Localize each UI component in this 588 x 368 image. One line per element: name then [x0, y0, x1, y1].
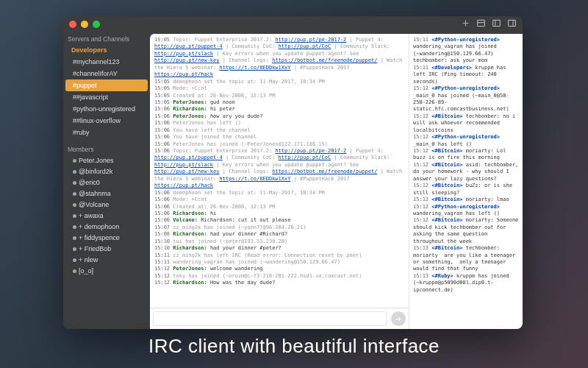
channel-item[interactable]: #ruby — [65, 127, 148, 138]
log-line: 15:11 wandering_vagran has joined (~wand… — [154, 259, 404, 266]
channel-item[interactable]: #puppet — [65, 79, 148, 91]
list-icon[interactable] — [476, 18, 486, 31]
aside-line: 15:13 <#Ruby> kruppm has joined (~kruppm… — [413, 273, 519, 294]
window-controls — [69, 21, 100, 28]
send-button[interactable] — [391, 311, 406, 326]
sidebar-header-servers: Servers and Channels — [63, 32, 150, 44]
member-item[interactable]: + FriedBob — [65, 243, 148, 254]
channel-item[interactable]: ##javascript — [65, 91, 148, 103]
member-item[interactable]: + nlew — [65, 254, 148, 265]
member-item[interactable]: @eric0 — [65, 177, 148, 188]
aside-line: 15:11 <#Python-unregistered> wandering_v… — [413, 37, 519, 57]
maximize-icon[interactable] — [93, 21, 100, 28]
aside-line: 15:12 <#Python-unregistered> _main_0 has… — [413, 85, 519, 113]
input-bar — [150, 308, 409, 329]
log-line: 15:05 Mode: +Ccnt — [154, 85, 404, 92]
log-line: 15:06 Created at: 26-Nov-2006, 12:13 PM — [154, 204, 404, 210]
channel-item[interactable]: #python-unregistered — [65, 103, 148, 115]
main-pane: 15:05 Topic: Puppet Enterprise 2017.2: h… — [150, 34, 409, 329]
add-server-icon[interactable] — [461, 18, 470, 31]
log-line: 15:05 Topic: Puppet Enterprise 2017.2: h… — [154, 37, 404, 79]
aside-line: 15:13 <#Bitcoin> techbomber: moriarty ar… — [413, 245, 519, 273]
message-input[interactable] — [153, 311, 387, 326]
log-line: 15:06 Mode: +Ccnt — [154, 197, 404, 203]
member-item[interactable]: @Volcane — [65, 199, 148, 210]
log-line: 15:10 Richardson: had your dinner #peter… — [154, 245, 404, 252]
aside-line: 15:12 <#Bitcoin> moriarty: lmao — [413, 197, 519, 203]
log-line: 15:08 Richardson: had your dinner #Richa… — [154, 231, 404, 238]
aside-line: 15:12 <#Python-unregistered> wandering_v… — [413, 204, 519, 218]
log-line: 15:06 demophoon set the topic at: 11-May… — [154, 190, 404, 197]
log-line: 15:05 demophoon set the topic at: 11-May… — [154, 79, 404, 85]
svg-rect-1 — [493, 20, 501, 26]
log-line: 15:06 Richardson: hi peter — [154, 106, 404, 113]
close-icon[interactable] — [69, 21, 76, 28]
aside-line: 15:12 <#Bitcoin> techbomber: no i will a… — [413, 113, 519, 134]
log-line: 15:05 PeterJones: gud noon — [154, 99, 404, 106]
member-item[interactable]: [o_o] — [65, 265, 148, 276]
sidebar-header-members: Members — [63, 143, 150, 155]
log-line: 15:06 You have left the channel — [154, 127, 404, 134]
toolbar — [461, 18, 517, 31]
sidebar: Servers and Channels Developers #mychann… — [63, 32, 150, 329]
log-line: 15:06 You have joined the channel — [154, 134, 404, 141]
aside-line: 15:12 <#Bitcoin> moriarty: Someone shoul… — [413, 217, 519, 245]
marketing-caption: IRC client with beautiful interface — [148, 335, 440, 358]
aside-line: techbomber: ask your mom — [413, 57, 519, 64]
member-item[interactable]: + awaxa — [65, 210, 148, 221]
log-line: 15:12 toky has joined (~oruzm@c-73-216-2… — [154, 273, 404, 280]
log-line: 15:11 zz_ming2k has left IRC (Read error… — [154, 252, 404, 259]
titlebar — [63, 16, 523, 32]
log-line: 15:12 PeterJones: welcome wandering — [154, 266, 404, 272]
aside-line: 15:12 <#Bitcoin> moriarty: Lol buzz is o… — [413, 148, 519, 162]
aside-line: 15:12 <#Bitcoin> asid: techbomber, do yo… — [413, 162, 519, 183]
log-line: 15:10 tui has joined (~peter@193.53.238.… — [154, 238, 404, 245]
channel-item[interactable]: #mychannel123 — [65, 56, 148, 68]
log-line: 15:07 zz_ming2k has joined (~yann77@96.2… — [154, 224, 404, 231]
server-item[interactable]: Developers — [65, 44, 148, 56]
member-item[interactable]: @stahnma — [65, 188, 148, 199]
panels-icon[interactable] — [507, 18, 517, 31]
columns-icon[interactable] — [492, 18, 501, 31]
aside-pane[interactable]: 15:11 <#Python-unregistered> wandering_v… — [409, 34, 523, 329]
member-item[interactable]: + fiddyspence — [65, 232, 148, 243]
log-line: 15:06 Topic: Puppet Enterprise 2017.2: h… — [154, 148, 404, 190]
svg-rect-2 — [509, 20, 516, 26]
aside-line: 15:12 <#Bitcoin> buZz: or is she still s… — [413, 183, 519, 197]
svg-rect-0 — [478, 20, 485, 26]
channel-item[interactable]: ##linux-overflow — [65, 115, 148, 127]
aside-line: 15:12 <#Python-unregistered> _main_0 has… — [413, 134, 519, 148]
log-line: 15:05 Created at: 26-Nov-2006, 12:13 PM — [154, 93, 404, 99]
log-line: 15:06 PeterJones has joined (~PeterJones… — [154, 141, 404, 148]
log-line: 15:12 Richardson: How was the day dude? — [154, 280, 404, 286]
app-window: Servers and Channels Developers #mychann… — [63, 16, 523, 329]
log-line: 15:06 PeterJones: how ary you dude? — [154, 113, 404, 120]
minimize-icon[interactable] — [81, 21, 88, 28]
aside-line: 15:11 <#Developers> kruppm has left IRC … — [413, 65, 519, 85]
member-item[interactable]: Peter.Jones — [65, 155, 148, 166]
channel-item[interactable]: #channelIforAY — [65, 68, 148, 79]
log-line: 15:06 PeterJones has left () — [154, 120, 404, 127]
log-line: 15:06 Richardson: hi — [154, 210, 404, 217]
member-item[interactable]: + demophoon — [65, 221, 148, 232]
chat-log[interactable]: 15:05 Topic: Puppet Enterprise 2017.2: h… — [150, 34, 409, 308]
member-item[interactable]: @binford2k — [65, 166, 148, 177]
log-line: 15:06 Volcane: Richardson: cut it out pl… — [154, 217, 404, 224]
